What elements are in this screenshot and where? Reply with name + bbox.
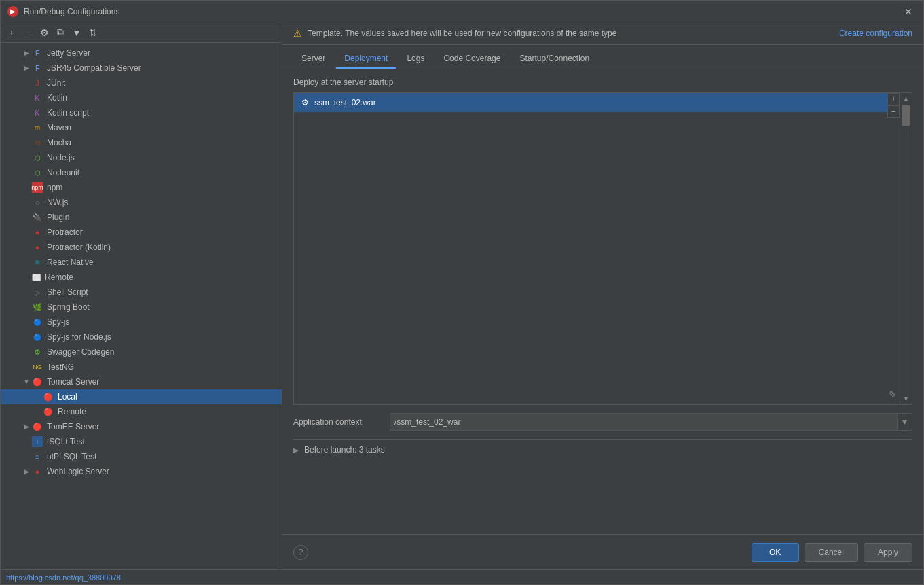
sidebar-item-tomcat-local[interactable]: ▶ 🔴 Local bbox=[1, 389, 282, 404]
remote-icon: ⬜ bbox=[32, 274, 41, 281]
sidebar-label-mocha: Mocha bbox=[47, 138, 71, 147]
sidebar-item-plugin[interactable]: ▶ 🔌 Plugin bbox=[1, 210, 282, 225]
sidebar-item-tsqlt[interactable]: ▶ T tSQLt Test bbox=[1, 434, 282, 449]
sidebar-item-nodejs[interactable]: ▶ ⬡ Node.js bbox=[1, 150, 282, 165]
sidebar-label-spring: Spring Boot bbox=[47, 302, 90, 312]
status-url[interactable]: https://blog.csdn.net/qq_38809078 bbox=[6, 573, 121, 582]
sidebar-item-kotlin[interactable]: ▶ K Kotlin bbox=[1, 90, 282, 105]
cancel-button[interactable]: Cancel bbox=[805, 543, 858, 562]
sidebar-label-protractor-kotlin: Protractor (Kotlin) bbox=[47, 243, 111, 252]
nwjs-icon: ○ bbox=[32, 197, 43, 208]
tab-logs[interactable]: Logs bbox=[399, 50, 432, 69]
sidebar-item-nwjs[interactable]: ▶ ○ NW.js bbox=[1, 195, 282, 210]
sidebar-item-protractor[interactable]: ▶ ● Protractor bbox=[1, 225, 282, 240]
scroll-down-button[interactable]: ▼ bbox=[900, 393, 912, 404]
help-button[interactable]: ? bbox=[293, 545, 308, 560]
kotlin-icon: K bbox=[32, 92, 43, 103]
tomee-icon: 🔴 bbox=[32, 421, 43, 432]
deploy-item-icon: ⚙ bbox=[299, 97, 310, 108]
add-deploy-button[interactable]: + bbox=[887, 93, 900, 105]
sidebar-item-jsr45[interactable]: ▶ F JSR45 Compatible Server bbox=[1, 60, 282, 75]
sidebar-item-tomee[interactable]: ▶ 🔴 TomEE Server bbox=[1, 419, 282, 434]
dialog-title: Run/Debug Configurations bbox=[24, 7, 900, 16]
mocha-icon: m bbox=[32, 137, 43, 148]
sort-button[interactable]: ⇅ bbox=[86, 26, 100, 39]
jetty-icon: F bbox=[32, 48, 43, 58]
tab-server[interactable]: Server bbox=[293, 50, 333, 69]
sidebar-item-tomcat-server[interactable]: ▼ 🔴 Tomcat Server bbox=[1, 374, 282, 389]
sidebar-item-tomcat-remote[interactable]: ▶ 🔴 Remote bbox=[1, 404, 282, 419]
sidebar-label-protractor: Protractor bbox=[47, 228, 83, 237]
sidebar-item-testng[interactable]: ▶ NG TestNG bbox=[1, 359, 282, 374]
sidebar-label-kotlin-script: Kotlin script bbox=[47, 108, 89, 118]
arrow-down-button[interactable]: ▼ bbox=[70, 26, 84, 39]
create-configuration-link[interactable]: Create configuration bbox=[839, 29, 912, 38]
sidebar-label-plugin: Plugin bbox=[47, 213, 69, 222]
scroll-up-button[interactable]: ▲ bbox=[900, 93, 912, 104]
sidebar-item-shell-script[interactable]: ▶ ▷ Shell Script bbox=[1, 285, 282, 300]
sidebar-label-testng: TestNG bbox=[47, 362, 74, 372]
tomcat-remote-icon: 🔴 bbox=[43, 406, 54, 417]
sidebar-item-weblogic[interactable]: ▶ ● WebLogic Server bbox=[1, 464, 282, 479]
sidebar-item-spy-js-node[interactable]: ▶ 🔵 Spy-js for Node.js bbox=[1, 330, 282, 344]
protractor-icon: ● bbox=[32, 227, 43, 238]
ok-button[interactable]: OK bbox=[752, 543, 799, 562]
deploy-list-container: ⚙ ssm_test_02:war + − ✎ ▲ bbox=[293, 92, 912, 405]
sidebar: + − ⚙ ⧉ ▼ ⇅ ▶ F Jetty Server ▶ F JSR45 C… bbox=[1, 22, 282, 569]
sidebar-item-swagger[interactable]: ▶ ⚙ Swagger Codegen bbox=[1, 344, 282, 359]
react-native-icon: ⚛ bbox=[32, 257, 43, 268]
bottom-bar: ? OK Cancel Apply bbox=[282, 534, 923, 569]
sidebar-item-react-native[interactable]: ▶ ⚛ React Native bbox=[1, 255, 282, 270]
tomcat-local-icon: 🔴 bbox=[43, 391, 54, 402]
tab-code-coverage[interactable]: Code Coverage bbox=[435, 50, 509, 69]
tomcat-icon: 🔴 bbox=[32, 376, 43, 387]
remove-config-button[interactable]: − bbox=[21, 26, 35, 39]
config-list: ▶ F Jetty Server ▶ F JSR45 Compatible Se… bbox=[1, 43, 282, 482]
sidebar-item-nodeunit[interactable]: ▶ ⬡ Nodeunit bbox=[1, 165, 282, 180]
remove-deploy-button[interactable]: − bbox=[887, 105, 900, 118]
deploy-item[interactable]: ⚙ ssm_test_02:war bbox=[294, 93, 912, 112]
sidebar-label-junit: JUnit bbox=[47, 78, 65, 88]
app-context-value: /ssm_test_02_war bbox=[394, 417, 460, 427]
sidebar-item-remote[interactable]: ▶ ⬜ Remote bbox=[1, 270, 282, 285]
title-bar: ▶ Run/Debug Configurations ✕ bbox=[1, 1, 923, 22]
sidebar-label-tomee: TomEE Server bbox=[47, 422, 99, 431]
sidebar-label-remote: Remote bbox=[45, 272, 73, 282]
sidebar-item-utplsql[interactable]: ▶ ≡ utPLSQL Test bbox=[1, 449, 282, 464]
swagger-icon: ⚙ bbox=[32, 347, 43, 357]
scrollbar: ▲ ▼ bbox=[900, 93, 912, 404]
tab-deployment[interactable]: Deployment bbox=[336, 50, 396, 69]
copy-button[interactable]: ⧉ bbox=[54, 26, 67, 39]
edit-deploy-button[interactable]: ✎ bbox=[889, 389, 897, 400]
sidebar-item-jetty-server[interactable]: ▶ F Jetty Server bbox=[1, 46, 282, 60]
sidebar-item-maven[interactable]: ▶ m Maven bbox=[1, 120, 282, 135]
sidebar-item-junit[interactable]: ▶ J JUnit bbox=[1, 75, 282, 90]
add-config-button[interactable]: + bbox=[5, 26, 18, 39]
before-launch-section[interactable]: ▶ Before launch: 3 tasks bbox=[293, 439, 912, 460]
app-context-row: Application context: /ssm_test_02_war ▼ bbox=[293, 405, 912, 436]
sidebar-label-weblogic: WebLogic Server bbox=[47, 467, 109, 476]
close-button[interactable]: ✕ bbox=[900, 5, 917, 18]
app-context-dropdown-button[interactable]: ▼ bbox=[897, 414, 912, 430]
expand-arrow-weblogic: ▶ bbox=[22, 467, 31, 476]
sidebar-item-spy-js[interactable]: ▶ 🔵 Spy-js bbox=[1, 315, 282, 330]
sidebar-item-mocha[interactable]: ▶ m Mocha bbox=[1, 135, 282, 150]
sidebar-label-react-native: React Native bbox=[47, 258, 94, 267]
tabs-bar: Server Deployment Logs Code Coverage Sta… bbox=[282, 45, 923, 69]
apply-button[interactable]: Apply bbox=[864, 543, 912, 562]
sidebar-label-jetty: Jetty Server bbox=[47, 48, 90, 58]
maven-icon: m bbox=[32, 122, 43, 133]
tab-startup[interactable]: Startup/Connection bbox=[511, 50, 597, 69]
tsqlt-icon: T bbox=[32, 436, 43, 447]
sidebar-item-npm[interactable]: ▶ npm npm bbox=[1, 180, 282, 195]
sidebar-item-protractor-kotlin[interactable]: ▶ ● Protractor (Kotlin) bbox=[1, 240, 282, 255]
deploy-label: Deploy at the server startup bbox=[293, 77, 912, 87]
run-debug-dialog: ▶ Run/Debug Configurations ✕ + − ⚙ ⧉ ▼ ⇅… bbox=[0, 0, 924, 585]
testng-icon: NG bbox=[32, 361, 43, 372]
settings-button[interactable]: ⚙ bbox=[37, 26, 51, 39]
sidebar-label-jsr45: JSR45 Compatible Server bbox=[47, 63, 141, 73]
sidebar-item-kotlin-script[interactable]: ▶ K Kotlin script bbox=[1, 105, 282, 120]
panel-content: Deploy at the server startup ⚙ ssm_test_… bbox=[282, 69, 923, 534]
sidebar-item-spring-boot[interactable]: ▶ 🌿 Spring Boot bbox=[1, 300, 282, 315]
app-context-field[interactable]: /ssm_test_02_war ▼ bbox=[390, 413, 912, 431]
